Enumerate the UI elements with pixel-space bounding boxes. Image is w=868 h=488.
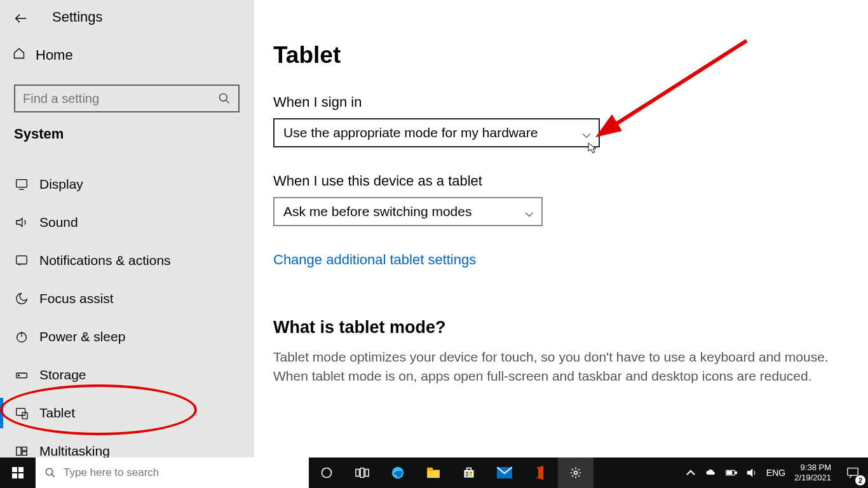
sidebar-item-focus[interactable]: Focus assist <box>0 280 254 318</box>
display-icon <box>14 177 29 191</box>
sidebar-item-label: Power & sleep <box>39 329 125 344</box>
action-center-button[interactable]: 2 <box>837 458 868 488</box>
notification-badge: 2 <box>855 475 865 485</box>
page-heading: Tablet <box>273 42 868 69</box>
chevron-down-icon <box>525 207 534 216</box>
sidebar-item-label: Sound <box>39 215 78 230</box>
taskbar: ENG 9:38 PM 2/19/2021 2 <box>0 458 868 488</box>
svg-rect-46 <box>735 472 736 474</box>
svg-rect-41 <box>470 475 472 477</box>
file-explorer-button[interactable] <box>416 458 451 488</box>
window-title: Settings <box>52 9 103 25</box>
svg-point-29 <box>322 468 332 478</box>
mail-button[interactable] <box>487 458 522 488</box>
svg-rect-23 <box>12 467 17 472</box>
svg-rect-31 <box>360 468 364 478</box>
svg-rect-39 <box>470 471 472 473</box>
svg-rect-16 <box>17 409 25 416</box>
search-icon <box>44 467 56 478</box>
system-tray[interactable]: ENG 9:38 PM 2/19/2021 <box>679 458 837 488</box>
taskbar-clock[interactable]: 9:38 PM 2/19/2021 <box>794 463 831 484</box>
svg-rect-49 <box>848 468 858 475</box>
power-icon <box>14 330 29 344</box>
search-input[interactable] <box>23 92 218 106</box>
category-header: System <box>14 126 64 142</box>
cortana-button[interactable] <box>309 458 344 488</box>
clock-date: 2/19/2021 <box>794 473 831 483</box>
svg-rect-30 <box>356 470 360 477</box>
battery-icon[interactable] <box>726 467 737 478</box>
svg-point-27 <box>46 468 53 475</box>
svg-rect-32 <box>365 470 369 477</box>
sidebar-item-sound[interactable]: Sound <box>0 203 254 241</box>
home-icon <box>13 47 25 64</box>
device-value: Ask me before switching modes <box>283 204 471 219</box>
tray-chevron-icon[interactable] <box>685 467 696 478</box>
onedrive-icon[interactable] <box>705 467 717 478</box>
volume-icon[interactable] <box>746 467 757 478</box>
svg-rect-10 <box>17 256 27 264</box>
settings-content: Tablet When I sign in Use the appropriat… <box>273 0 868 458</box>
taskbar-search[interactable] <box>36 458 309 488</box>
notifications-icon <box>14 254 29 268</box>
sidebar-item-label: Tablet <box>39 405 75 421</box>
svg-line-6 <box>226 100 229 104</box>
svg-point-15 <box>18 375 20 376</box>
svg-marker-43 <box>536 466 543 480</box>
sidebar-item-label: Storage <box>39 367 86 383</box>
signin-dropdown[interactable]: Use the appropriate mode for my hardware <box>273 118 600 147</box>
settings-sidebar: Settings Home System Display Sound Notif… <box>0 0 254 458</box>
start-button[interactable] <box>0 458 36 488</box>
svg-rect-36 <box>465 470 474 478</box>
additional-settings-link[interactable]: Change additional tablet settings <box>273 252 476 268</box>
sidebar-item-label: Notifications & actions <box>39 253 171 268</box>
sidebar-item-display[interactable]: Display <box>0 165 254 203</box>
back-button[interactable] <box>14 11 28 29</box>
tablet-icon <box>14 406 29 420</box>
device-dropdown[interactable]: Ask me before switching modes <box>273 197 543 226</box>
what-description: Tablet mode optimizes your device for to… <box>273 348 851 386</box>
svg-marker-9 <box>17 219 22 227</box>
home-nav[interactable]: Home <box>13 47 73 64</box>
signin-value: Use the appropriate mode for my hardware <box>283 125 538 140</box>
multitasking-icon <box>14 444 29 458</box>
svg-rect-34 <box>427 470 440 478</box>
svg-rect-19 <box>22 447 27 451</box>
device-label: When I use this device as a tablet <box>273 173 868 189</box>
svg-line-28 <box>51 474 55 477</box>
focus-icon <box>14 292 29 306</box>
svg-rect-26 <box>18 473 24 478</box>
chevron-down-icon <box>582 128 591 137</box>
storage-icon <box>14 368 29 382</box>
svg-rect-35 <box>427 468 433 471</box>
sidebar-item-storage[interactable]: Storage <box>0 356 254 394</box>
settings-taskbar-button[interactable] <box>558 458 593 488</box>
sidebar-item-tablet[interactable]: Tablet <box>0 394 254 432</box>
sidebar-item-power[interactable]: Power & sleep <box>0 318 254 356</box>
office-button[interactable] <box>522 458 558 488</box>
sidebar-item-label: Display <box>39 177 83 192</box>
svg-rect-20 <box>22 452 27 456</box>
svg-marker-48 <box>747 470 752 477</box>
taskbar-search-input[interactable] <box>64 466 300 479</box>
svg-rect-38 <box>466 471 468 473</box>
svg-rect-24 <box>18 467 24 472</box>
edge-button[interactable] <box>380 458 416 488</box>
svg-rect-25 <box>12 473 17 478</box>
sound-icon <box>14 215 29 229</box>
what-heading: What is tablet mode? <box>273 318 868 337</box>
signin-label: When I sign in <box>273 94 868 111</box>
task-view-button[interactable] <box>344 458 380 488</box>
svg-rect-40 <box>466 475 468 477</box>
language-indicator[interactable]: ENG <box>766 468 785 478</box>
home-label: Home <box>36 47 73 64</box>
sidebar-item-label: Focus assist <box>39 291 114 306</box>
settings-search[interactable] <box>14 85 240 112</box>
svg-point-44 <box>574 471 578 475</box>
sidebar-item-notifications[interactable]: Notifications & actions <box>0 241 254 280</box>
clock-time: 9:38 PM <box>794 463 831 473</box>
svg-rect-47 <box>727 471 732 475</box>
svg-rect-7 <box>17 180 27 187</box>
store-button[interactable] <box>451 458 487 488</box>
svg-point-5 <box>220 94 227 102</box>
